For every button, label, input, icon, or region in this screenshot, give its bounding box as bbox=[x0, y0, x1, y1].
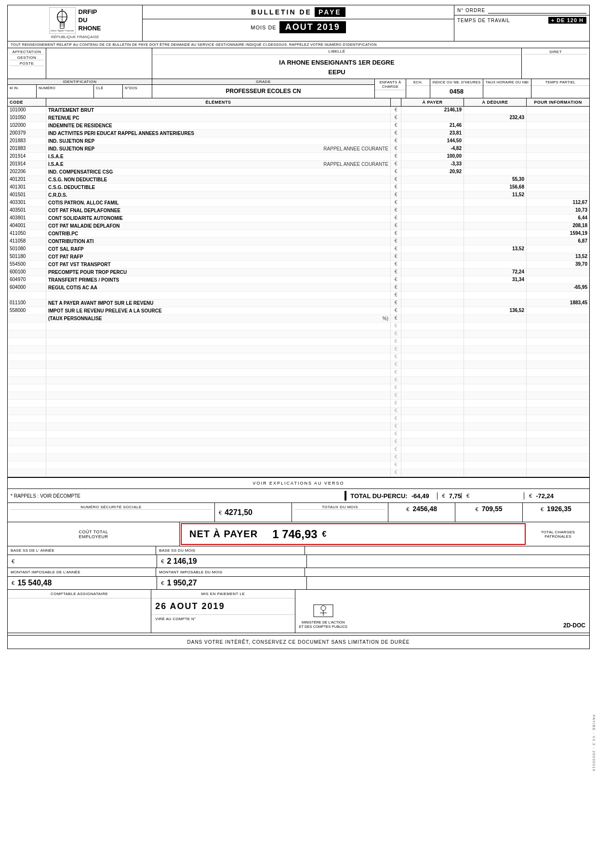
row-euro-symbol: € bbox=[391, 168, 401, 176]
totals-montant-value: 4271,50 bbox=[225, 508, 252, 517]
row-code: 554500 bbox=[8, 261, 46, 268]
table-row: 403501COT PAT FNAL DEPLAFONNEE€10,73 bbox=[8, 207, 589, 215]
table-row-empty: € bbox=[8, 392, 589, 400]
row-pourinformation: 1883,45 bbox=[527, 299, 589, 307]
row-adeduire bbox=[464, 130, 527, 137]
row-pourinformation bbox=[527, 130, 589, 137]
row-apayer bbox=[401, 299, 464, 307]
table-row: 604970TRANSFERT PRIMES / POINTS€31,34 bbox=[8, 276, 589, 284]
row-pourinformation bbox=[527, 145, 589, 152]
rappels-amount1: 7,75 bbox=[449, 492, 461, 500]
table-row-empty: € bbox=[8, 377, 589, 384]
row-adeduire: 156,68 bbox=[464, 184, 527, 191]
row-euro-symbol: € bbox=[391, 261, 401, 268]
row-euro-symbol: € bbox=[391, 253, 401, 260]
row-pourinformation bbox=[527, 307, 589, 314]
row-pourinformation bbox=[527, 315, 589, 322]
temps-travail-label: TEMPS DE TRAVAIL bbox=[457, 18, 510, 23]
republic-logo: Liberté • Égalité • Fraternité bbox=[49, 7, 76, 34]
temps-partiel-label: TEMPS PARTIEL bbox=[531, 79, 589, 86]
row-euro-symbol: € bbox=[391, 153, 401, 160]
table-row-empty: € bbox=[8, 361, 589, 369]
row-code: 202206 bbox=[8, 168, 46, 176]
row-elements: COT PAT RAFP bbox=[46, 253, 391, 260]
row-pourinformation bbox=[527, 191, 589, 199]
row-label: COTIS PATRON. ALLOC FAMIL bbox=[48, 200, 388, 205]
row-adeduire: 55,30 bbox=[464, 176, 527, 183]
row-code: 558000 bbox=[8, 307, 46, 314]
row-pourinformation: -65,95 bbox=[527, 284, 589, 291]
row-pourinformation: 1594,19 bbox=[527, 230, 589, 237]
row-code: 403501 bbox=[8, 207, 46, 214]
row-code bbox=[8, 292, 46, 299]
row-adeduire bbox=[464, 199, 527, 206]
row-pourinformation: 10,73 bbox=[527, 207, 589, 214]
net-payer-value: 1 746,93 bbox=[272, 528, 317, 541]
row-elements: TRAITEMENT BRUT bbox=[46, 107, 391, 114]
row-apayer: 144,50 bbox=[401, 137, 464, 145]
row-apayer bbox=[401, 284, 464, 291]
row-code: 401501 bbox=[8, 191, 46, 199]
gestion-label: GESTION bbox=[10, 55, 44, 60]
rappels-euro1: € bbox=[442, 493, 445, 499]
ech-value bbox=[406, 86, 430, 93]
row-euro-symbol: € bbox=[391, 269, 401, 276]
row-apayer bbox=[401, 222, 464, 230]
row-euro-symbol: € bbox=[391, 145, 401, 152]
row-code: 200379 bbox=[8, 130, 46, 137]
gestion-value bbox=[10, 67, 44, 73]
indice-label: INDICE OU NB. D'HEURES bbox=[430, 79, 483, 86]
row-pourinformation bbox=[527, 153, 589, 160]
table-row: 501080COT SAL RAFP€13,52 bbox=[8, 245, 589, 253]
row-label: I.S.A.E bbox=[48, 162, 314, 167]
row-label: COT SAL RAFP bbox=[48, 246, 388, 252]
libelle-content: IA RHONE ENSEIGNANTS 1ER DEGRE EEPU bbox=[152, 56, 521, 79]
row-code: 501180 bbox=[8, 253, 46, 260]
row-elements: IMPOT SUR LE REVENU PRELEVE A LA SOURCE bbox=[46, 307, 391, 314]
row-code: 403301 bbox=[8, 199, 46, 206]
table-row: 403801CONT SOLIDARITE AUTONOMIE€6,44 bbox=[8, 215, 589, 222]
row-label: CONT SOLIDARITE AUTONOMIE bbox=[48, 216, 388, 221]
row-label: INDEMNITE DE RESIDENCE bbox=[48, 123, 388, 128]
row-code: 011100 bbox=[8, 299, 46, 307]
table-row: 501180COT PAT RAFP€13,52 bbox=[8, 253, 589, 261]
table-row: 101050RETENUE PC€232,43 bbox=[8, 114, 589, 122]
poste-label: POSTE bbox=[10, 61, 44, 66]
row-code: 600100 bbox=[8, 269, 46, 276]
bulletin-label: BULLETIN DE bbox=[251, 8, 312, 16]
row-elements: I.S.A.E bbox=[46, 153, 391, 160]
row-pourinformation bbox=[527, 107, 589, 114]
row-label: CONTRIBUTION ATI bbox=[48, 239, 388, 244]
row-apayer bbox=[401, 199, 464, 206]
rappels-euro2: € bbox=[466, 493, 469, 499]
row-euro-symbol: € bbox=[391, 238, 401, 245]
row-elements: IND. SUJETION REPRAPPEL ANNEE COURANTE bbox=[46, 145, 391, 152]
vire-compte-value bbox=[151, 623, 294, 633]
row-adeduire bbox=[464, 207, 527, 214]
row-code: 403801 bbox=[8, 215, 46, 222]
row-euro-symbol: € bbox=[391, 176, 401, 183]
row-pourinformation: 6,87 bbox=[527, 238, 589, 245]
row-euro-symbol: € bbox=[391, 215, 401, 222]
table-row: 200379IND ACTIVITES PERI EDUCAT RAPPEL A… bbox=[8, 130, 589, 137]
rappels-amount3: -72,24 bbox=[536, 492, 554, 500]
table-row: 201914I.S.A.ERAPPEL ANNEE COURANTE€-3,33 bbox=[8, 161, 589, 168]
row-euro-symbol: € bbox=[391, 276, 401, 284]
base-ss-mois-value: 2 146,19 bbox=[167, 557, 197, 566]
row-label: (TAUX PERSONNALISE bbox=[48, 316, 373, 321]
row-adeduire: 13,52 bbox=[464, 245, 527, 253]
col-code-header: CODE bbox=[8, 98, 46, 106]
table-row-empty: € bbox=[8, 423, 589, 431]
row-code: 102000 bbox=[8, 122, 46, 129]
row-apayer bbox=[401, 292, 464, 299]
table-row: 411050CONTRIB.PC€1594,19 bbox=[8, 230, 589, 238]
taux-value bbox=[483, 86, 531, 93]
row-label: COT PAT VST TRANSPORT bbox=[48, 262, 388, 267]
table-row-empty: € bbox=[8, 346, 589, 353]
row-pourinformation bbox=[527, 168, 589, 176]
row-label: C.R.D.S. bbox=[48, 192, 388, 198]
row-apayer bbox=[401, 176, 464, 183]
table-row: 101000TRAITEMENT BRUT€2146,19 bbox=[8, 107, 589, 114]
mois-de-label: MOIS DE bbox=[251, 25, 276, 30]
table-row: 201883IND. SUJETION REPRAPPEL ANNEE COUR… bbox=[8, 145, 589, 153]
